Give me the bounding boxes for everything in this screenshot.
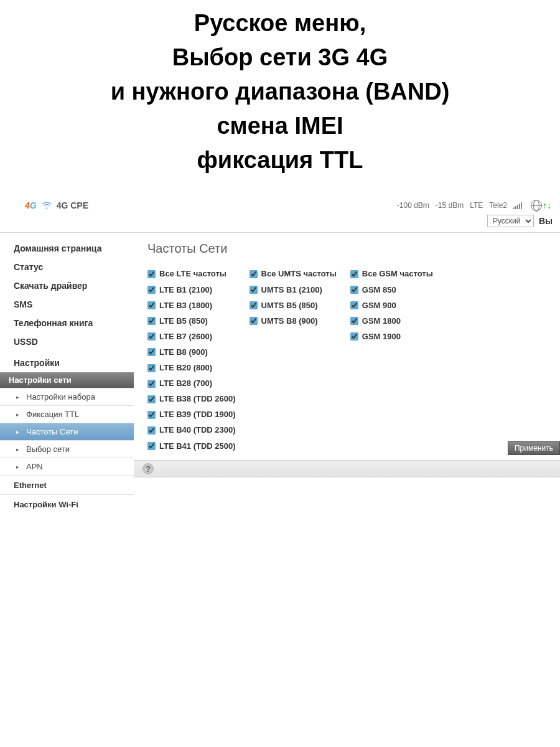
device-name: 4G CPE — [57, 200, 88, 210]
gsm-band-checkbox[interactable] — [350, 270, 358, 278]
umts-band-row[interactable]: UMTS B5 (850) — [250, 299, 337, 312]
sidebar-group-network-sublist: ▸Настройки набора ▸Фиксация TTL ▸Частоты… — [0, 388, 134, 476]
lte-band-row[interactable]: LTE B8 (900) — [147, 345, 236, 359]
signal-bars-icon — [513, 202, 522, 209]
lte-band-checkbox[interactable] — [147, 270, 156, 278]
sidebar-group-network[interactable]: Настройки сети — [0, 372, 134, 388]
umts-band-row[interactable]: UMTS B8 (900) — [250, 314, 337, 328]
sidebar-item-phonebook[interactable]: Телефонная книга — [0, 314, 134, 332]
help-icon[interactable]: ? — [142, 463, 154, 474]
sidebar-group-ethernet[interactable]: Ethernet — [0, 476, 134, 495]
language-select[interactable]: Русский — [487, 215, 534, 227]
lte-band-checkbox[interactable] — [147, 332, 156, 341]
sidebar-sub-ttl[interactable]: ▸Фиксация TTL — [0, 406, 134, 423]
lte-band-row[interactable]: Все LTE частоты — [147, 267, 236, 281]
gsm-band-checkbox[interactable] — [350, 286, 358, 294]
language-row: Русский Вы — [0, 212, 560, 231]
sidebar-sub-netselect[interactable]: ▸Выбор сети — [0, 441, 134, 458]
lte-band-checkbox[interactable] — [147, 442, 156, 450]
lte-band-row[interactable]: LTE B3 (1800) — [147, 299, 236, 312]
network-mode: LTE — [470, 201, 483, 210]
lte-band-row[interactable]: LTE B41 (TDD 2500) — [147, 439, 236, 453]
lte-band-label: LTE B41 (TDD 2500) — [159, 439, 236, 453]
sidebar-nav: Домашняя страница Статус Скачать драйвер… — [0, 233, 134, 514]
lte-band-row[interactable]: LTE B20 (800) — [147, 361, 236, 375]
chevron-right-icon: ▸ — [16, 464, 22, 470]
gsm-band-row[interactable]: GSM 850 — [350, 283, 433, 297]
main-panel: Частоты Сети Все LTE частотыLTE B1 (2100… — [134, 233, 560, 514]
lte-band-label: LTE B7 (2600) — [159, 330, 212, 344]
promo-line-1: Русское меню, — [12, 6, 548, 40]
page-title: Частоты Сети — [147, 242, 560, 256]
lte-band-row[interactable]: LTE B28 (700) — [147, 377, 236, 390]
gsm-band-label: GSM 900 — [362, 299, 396, 312]
gsm-band-checkbox[interactable] — [350, 301, 358, 309]
umts-band-label: UMTS B1 (2100) — [261, 283, 322, 297]
umts-band-label: UMTS B5 (850) — [261, 299, 318, 312]
lte-band-label: LTE B40 (TDD 2300) — [159, 423, 236, 437]
sidebar-group-wifi[interactable]: Настройки Wi-Fi — [0, 495, 134, 514]
internet-status-icon: ↑↓ — [531, 200, 551, 211]
gsm-band-row[interactable]: GSM 1900 — [350, 330, 433, 344]
sidebar-sub-label: Настройки набора — [26, 392, 95, 402]
lte-band-row[interactable]: LTE B1 (2100) — [147, 283, 236, 297]
sidebar-sub-dial[interactable]: ▸Настройки набора — [0, 388, 134, 406]
lte-band-checkbox[interactable] — [147, 301, 156, 309]
lte-band-label: LTE B1 (2100) — [159, 283, 212, 297]
logo-4g-icon: 4G — [25, 200, 37, 210]
sidebar-sub-label: APN — [26, 462, 43, 471]
sidebar-sub-label: Частоты Сети — [26, 427, 78, 436]
lte-band-row[interactable]: LTE B40 (TDD 2300) — [147, 423, 236, 437]
gsm-band-label: GSM 850 — [362, 283, 396, 297]
band-columns: Все LTE частотыLTE B1 (2100)LTE B3 (1800… — [147, 267, 560, 453]
lte-band-row[interactable]: LTE B39 (TDD 1900) — [147, 408, 236, 421]
umts-band-row[interactable]: UMTS B1 (2100) — [250, 283, 337, 297]
gsm-band-row[interactable]: GSM 1800 — [350, 314, 433, 328]
lte-band-checkbox[interactable] — [147, 348, 156, 356]
lte-band-checkbox[interactable] — [147, 317, 156, 325]
lte-band-checkbox[interactable] — [147, 426, 156, 435]
sidebar-item-settings[interactable]: Настройки — [0, 354, 134, 372]
lte-band-label: LTE B20 (800) — [159, 361, 212, 375]
chevron-right-icon: ▸ — [16, 429, 22, 435]
sidebar-item-ussd[interactable]: USSD — [0, 332, 134, 351]
gsm-band-checkbox[interactable] — [350, 332, 358, 341]
lte-band-row[interactable]: LTE B5 (850) — [147, 314, 236, 328]
lte-band-checkbox[interactable] — [147, 380, 156, 388]
umts-band-checkbox[interactable] — [250, 270, 258, 278]
lte-band-checkbox[interactable] — [147, 411, 156, 419]
umts-band-label: UMTS B8 (900) — [261, 314, 318, 328]
lte-band-checkbox[interactable] — [147, 286, 156, 294]
umts-band-checkbox[interactable] — [250, 301, 258, 309]
chevron-right-icon: ▸ — [16, 394, 22, 400]
lte-band-row[interactable]: LTE B38 (TDD 2600) — [147, 392, 236, 406]
apply-button[interactable]: Применить — [508, 441, 560, 455]
lte-band-row[interactable]: LTE B7 (2600) — [147, 330, 236, 344]
signal-dbm-2: -15 dBm — [436, 201, 464, 210]
sidebar-item-status[interactable]: Статус — [0, 258, 134, 276]
umts-band-checkbox[interactable] — [250, 317, 258, 325]
umts-column: Все UMTS частотыUMTS B1 (2100)UMTS B5 (8… — [250, 267, 337, 453]
gsm-band-row[interactable]: Все GSM частоты — [350, 267, 433, 281]
gsm-band-label: GSM 1800 — [362, 314, 401, 328]
sidebar-item-sms[interactable]: SMS — [0, 295, 134, 314]
gsm-band-checkbox[interactable] — [350, 317, 358, 325]
operator-name: Tele2 — [489, 201, 507, 210]
gsm-band-row[interactable]: GSM 900 — [350, 299, 433, 312]
lte-band-label: LTE B39 (TDD 1900) — [159, 408, 236, 421]
logout-link-truncated[interactable]: Вы — [539, 216, 554, 226]
promo-line-2: Выбор сети 3G 4G — [12, 40, 548, 75]
chevron-right-icon: ▸ — [16, 411, 22, 418]
sidebar-sub-label: Выбор сети — [26, 444, 70, 454]
gsm-column: Все GSM частотыGSM 850GSM 900GSM 1800GSM… — [350, 267, 433, 453]
sidebar-sub-bands[interactable]: ▸Частоты Сети — [0, 423, 134, 441]
umts-band-row[interactable]: Все UMTS частоты — [250, 267, 337, 281]
sidebar-sub-apn[interactable]: ▸APN — [0, 458, 134, 476]
sidebar-item-driver[interactable]: Скачать драйвер — [0, 276, 134, 295]
umts-band-checkbox[interactable] — [250, 286, 258, 294]
lte-band-checkbox[interactable] — [147, 364, 156, 372]
sidebar-item-home[interactable]: Домашняя страница — [0, 239, 134, 258]
promo-block: Русское меню, Выбор сети 3G 4G и нужного… — [0, 0, 560, 196]
gsm-band-label: Все GSM частоты — [362, 267, 433, 281]
lte-band-checkbox[interactable] — [147, 395, 156, 403]
